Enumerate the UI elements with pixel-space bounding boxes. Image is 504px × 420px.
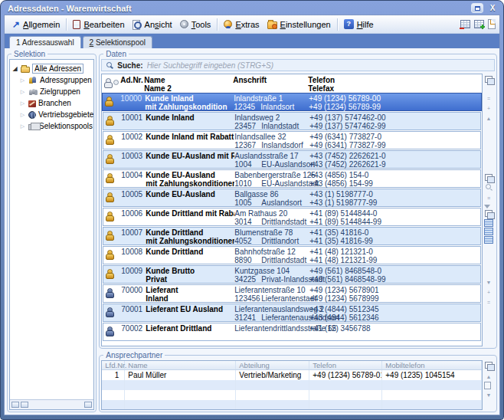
- footer-button-1[interactable]: [11, 402, 19, 408]
- cell-anschrift: Lieferantenstraße 10123456Lieferantensta…: [234, 285, 309, 303]
- sidebar-item-selektionspools[interactable]: ▷Selektionspools: [11, 120, 93, 132]
- cell-anschrift: Inlandsallee 3212367Inslandsdorf: [234, 132, 309, 149]
- sidebar-item-adressgruppen[interactable]: ▷Adressgruppen: [11, 74, 93, 86]
- copy-view-icon[interactable]: [484, 209, 494, 218]
- menu-item-label: Bearbeiten: [83, 20, 124, 29]
- daten-panel: Daten Suche: Ad.Nr.: [99, 50, 497, 349]
- menu-item-hilfe[interactable]: ?Hilfe: [340, 18, 378, 31]
- table-row[interactable]: 10001Kunde Inland Inlandsweg 223457Inlan…: [103, 112, 481, 130]
- table-row[interactable]: 10002Kunde Inland mit Rabatt Inlandsalle…: [103, 131, 481, 149]
- view-magnifier-icon: [133, 20, 142, 29]
- contact-col-telefon: Telefon: [309, 361, 382, 369]
- extras-orb-icon: [224, 20, 232, 28]
- sidebar-item-branchen[interactable]: ▷Branchen: [11, 97, 93, 109]
- scroll-down-icon[interactable]: ▼: [484, 277, 494, 287]
- sidebar-item-vertriebsgebiete[interactable]: ▷Vertriebsgebiete: [11, 109, 93, 120]
- tree-item-label: Branchen: [38, 99, 71, 107]
- expand-icon[interactable]: ▷: [19, 77, 26, 84]
- table-row[interactable]: 10007Kunde Drittlandmit Zahlungskonditio…: [103, 227, 481, 245]
- tab-1[interactable]: 1 Adressauswahl: [9, 36, 81, 48]
- card-view-icon[interactable]: [484, 173, 494, 182]
- table-row[interactable]: 70002Lieferant Drittland Lieferantendrit…: [103, 323, 481, 341]
- table-row[interactable]: 10006Kunde Drittland mit Rabatt Am Ratha…: [103, 208, 481, 226]
- cell-record-icon: [103, 285, 114, 303]
- table-row[interactable]: 10009Kunde BruttoPrivatKuntzgasse 104342…: [103, 265, 481, 284]
- tree-item-label: Selektionspools: [39, 122, 93, 130]
- footer-button-2[interactable]: [21, 402, 28, 408]
- cell-telefon: +49 (1234) 56789-00+49 (1234) 56789-99: [309, 94, 481, 111]
- table-row[interactable]: 70000LieferantInlandLieferantenstraße 10…: [103, 284, 481, 303]
- table-row[interactable]: 10004Kunde EU-Auslandmit Zahlungskonditi…: [103, 169, 481, 188]
- menu-item-allgemein[interactable]: ↗Allgemein: [8, 18, 64, 31]
- table-row[interactable]: 70001Lieferant EU Ausland Lieferantenaus…: [103, 304, 481, 322]
- column-chooser-icon[interactable]: [484, 361, 494, 370]
- fit-width-icon[interactable]: =: [484, 94, 494, 103]
- column-chooser-icon[interactable]: [484, 75, 494, 84]
- contact-empty-row[interactable]: [102, 390, 482, 400]
- fit-height-icon[interactable]: =: [484, 297, 494, 307]
- table-row[interactable]: 10008Kunde Drittland Bahnhofstraße 12889…: [103, 246, 481, 264]
- menu-item-bearbeiten[interactable]: Bearbeiten: [69, 18, 128, 31]
- window-restore-button[interactable]: [471, 3, 483, 13]
- cell-record-icon: [103, 323, 114, 340]
- add-icon[interactable]: +: [484, 103, 494, 113]
- filter-icon[interactable]: [484, 205, 490, 208]
- contact-cell: 1: [102, 370, 125, 380]
- address-table-header[interactable]: Ad.Nr. Name Name 2 Anschrift Telefon Tel…: [102, 74, 482, 93]
- add-icon[interactable]: +: [484, 287, 494, 297]
- contact-empty-row[interactable]: [102, 400, 482, 410]
- contact-col-mobiltelefon: Mobiltelefon: [382, 361, 482, 369]
- table-row[interactable]: 10000Kunde Inlandmit ZahlungskonditionIn…: [102, 93, 482, 111]
- tab-2[interactable]: 2 Selektionspool: [83, 36, 152, 48]
- arrow-up-right-icon: ↗: [12, 20, 20, 29]
- sidebar-item-zielgruppen[interactable]: ▷Zielgruppen: [11, 86, 93, 97]
- cell-anschrift: Lieferantendrittlandsstraße 65: [234, 323, 309, 340]
- menu-item-extras[interactable]: Extras: [220, 18, 263, 31]
- expand-icon[interactable]: ▷: [19, 112, 26, 118]
- sort-icon[interactable]: ≡: [484, 193, 494, 202]
- scroll-down-icon[interactable]: ▼: [484, 390, 494, 399]
- titlebar[interactable]: Adressdaten - Warenwirtschaft X: [4, 2, 500, 15]
- edit-book-icon: [73, 20, 80, 29]
- footer-resize-icon[interactable]: [84, 402, 92, 408]
- window-restore-icon: [475, 6, 480, 11]
- scroll-up-icon[interactable]: ▲: [484, 372, 494, 381]
- list-view-1-icon[interactable]: [484, 219, 493, 227]
- pager-icon[interactable]: [484, 382, 491, 389]
- contact-row[interactable]: 1Paul MüllerVertrieb/Marketing+49 (1234)…: [102, 370, 482, 380]
- collapse-icon[interactable]: ◢: [11, 65, 18, 72]
- kunde-icon: [106, 269, 113, 278]
- new-document-icon[interactable]: [488, 19, 496, 29]
- cell-telefon: +43 (7452) 2262621-0+43 (7452) 2262621-9: [309, 151, 480, 169]
- zoom-icon[interactable]: [484, 183, 494, 192]
- expand-icon[interactable]: ▷: [19, 123, 26, 130]
- menu-item-einstellungen[interactable]: Einstellungen: [263, 18, 335, 31]
- globe-icon: [28, 111, 36, 119]
- contact-cell: [125, 400, 236, 410]
- table-add-icon[interactable]: [474, 20, 484, 28]
- cell-name: Kunde Drittland mit Rabatt: [144, 208, 234, 226]
- close-button[interactable]: X: [486, 3, 499, 13]
- expand-icon[interactable]: ▷: [19, 100, 26, 107]
- menu-item-ansicht[interactable]: Ansicht: [129, 18, 176, 31]
- contact-cell: [236, 380, 309, 390]
- selection-pools-icon: [28, 124, 37, 130]
- table-row[interactable]: 10003Kunde EU-Ausland mit Rabatt Ausland…: [103, 150, 481, 169]
- contact-cell: Paul Müller: [125, 370, 236, 380]
- list-view-3-icon[interactable]: [484, 236, 493, 244]
- list-view-2-icon[interactable]: [484, 228, 493, 235]
- sidebar-item-alle adressen[interactable]: ◢Alle Adressen: [11, 63, 93, 74]
- contact-cell: [382, 380, 482, 390]
- expand-icon[interactable]: ▷: [19, 89, 26, 95]
- table-remove-icon[interactable]: [460, 20, 470, 28]
- table-row[interactable]: 10005Kunde EU-Ausland Ballgasse 861005Au…: [103, 189, 481, 207]
- cell-name: Kunde Inland mit Rabatt: [144, 132, 234, 149]
- ansprechpartner-panel: Ansprechpartner Lfd.Nr.NameAbteilungTele…: [99, 351, 497, 412]
- scroll-up-icon[interactable]: ▲: [484, 113, 494, 123]
- contact-empty-row[interactable]: [102, 380, 482, 390]
- contact-cell: [125, 390, 236, 400]
- contact-table-header[interactable]: Lfd.Nr.NameAbteilungTelefonMobiltelefon: [102, 361, 482, 370]
- search-label: Suche:: [117, 61, 142, 70]
- search-input[interactable]: [147, 61, 490, 70]
- menu-item-tools[interactable]: Tools: [176, 18, 215, 31]
